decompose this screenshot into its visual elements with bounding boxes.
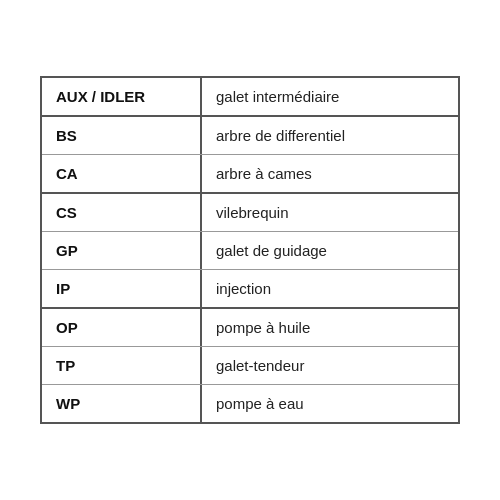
code-cell: CA (42, 155, 202, 192)
table-row: AUX / IDLERgalet intermédiaire (42, 78, 458, 117)
code-cell: TP (42, 347, 202, 384)
code-cell: GP (42, 232, 202, 269)
code-cell: IP (42, 270, 202, 307)
desc-cell: galet-tendeur (202, 347, 458, 384)
abbreviation-table: AUX / IDLERgalet intermédiaireBSarbre de… (40, 76, 460, 424)
desc-cell: vilebrequin (202, 194, 458, 231)
table-row: GPgalet de guidage (42, 232, 458, 270)
code-cell: WP (42, 385, 202, 422)
table-row: TPgalet-tendeur (42, 347, 458, 385)
desc-cell: arbre de differentiel (202, 117, 458, 154)
desc-cell: injection (202, 270, 458, 307)
code-cell: CS (42, 194, 202, 231)
table-row: CSvilebrequin (42, 194, 458, 232)
desc-cell: pompe à eau (202, 385, 458, 422)
desc-cell: galet de guidage (202, 232, 458, 269)
table-row: CAarbre à cames (42, 155, 458, 194)
table-row: WPpompe à eau (42, 385, 458, 422)
code-cell: AUX / IDLER (42, 78, 202, 115)
table-row: OPpompe à huile (42, 309, 458, 347)
table-row: IPinjection (42, 270, 458, 309)
code-cell: BS (42, 117, 202, 154)
table-row: BSarbre de differentiel (42, 117, 458, 155)
desc-cell: galet intermédiaire (202, 78, 458, 115)
code-cell: OP (42, 309, 202, 346)
desc-cell: arbre à cames (202, 155, 458, 192)
desc-cell: pompe à huile (202, 309, 458, 346)
